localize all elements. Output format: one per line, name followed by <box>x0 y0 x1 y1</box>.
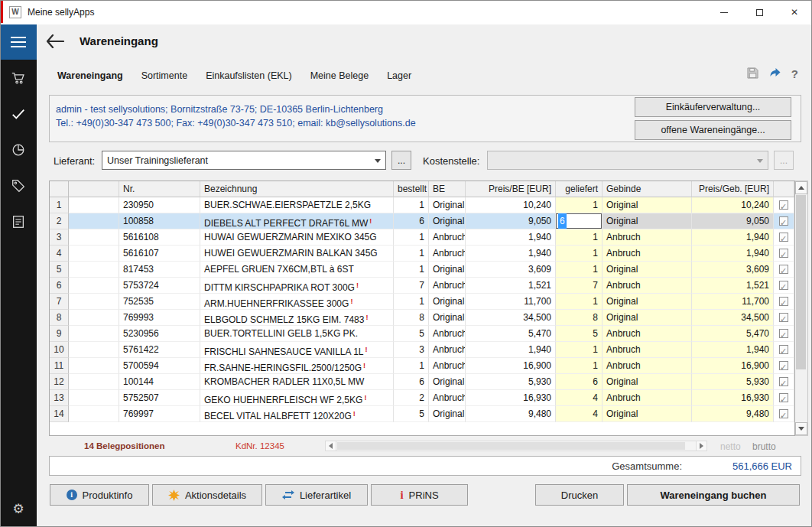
cell-preis-be[interactable]: 16,900 <box>466 358 556 374</box>
cell-gebinde[interactable]: Anbruch <box>603 229 692 246</box>
horizontal-scroll-thumb[interactable] <box>337 442 685 450</box>
cell-preis-be[interactable]: 5,470 <box>466 326 556 342</box>
cell-geliefert[interactable]: 7 <box>556 278 603 294</box>
cell-bestellt[interactable]: 1 <box>394 229 429 246</box>
cell-edit-flag[interactable] <box>774 213 794 229</box>
geliefert-edit-input[interactable]: 6 <box>556 213 602 229</box>
back-button[interactable] <box>46 34 69 50</box>
cell-be[interactable]: Original <box>429 310 466 326</box>
cell-geliefert[interactable]: 1 <box>556 294 603 310</box>
cell-bezeichnung[interactable]: BUER.SCHWAE.EIERSPAETZLE 2,5KG <box>200 197 394 213</box>
cell-geliefert[interactable]: 4 <box>556 406 603 422</box>
maximize-button[interactable] <box>742 0 777 24</box>
cell-preis-geb[interactable]: 16,930 <box>692 390 774 406</box>
table-row[interactable]: 105761422FRISCHLI SAHNESAUCE VANILLA 1L!… <box>50 342 794 358</box>
cell-edit-flag[interactable] <box>774 374 794 390</box>
settings-button[interactable]: ⚙ <box>0 495 37 522</box>
cell-preis-be[interactable]: 3,609 <box>466 262 556 278</box>
row-edit-checkbox-icon[interactable] <box>779 329 788 338</box>
row-edit-checkbox-icon[interactable] <box>779 233 788 242</box>
cell-be[interactable]: Anbruch <box>429 358 466 374</box>
cell-gebinde[interactable]: Anbruch <box>603 278 692 294</box>
cell-nr[interactable]: 5700594 <box>119 358 200 374</box>
cell-geliefert[interactable]: 1 <box>556 262 603 278</box>
cell-geliefert[interactable]: 1 <box>556 197 603 213</box>
table-row[interactable]: 1230950BUER.SCHWAE.EIERSPAETZLE 2,5KG1Or… <box>50 197 794 213</box>
lieferant-select[interactable]: Unser Trainingslieferant <box>102 151 386 170</box>
cell-gebinde[interactable]: Original <box>603 213 692 229</box>
cell-gebinde[interactable]: Original <box>603 406 692 422</box>
row-edit-checkbox-icon[interactable] <box>779 361 788 370</box>
cell-bezeichnung[interactable]: ARM.HUEHNERFRIKASSEE 300G! <box>200 294 394 310</box>
cell-preis-be[interactable]: 9,480 <box>466 406 556 422</box>
cell-edit-flag[interactable] <box>774 262 794 278</box>
aktionsdetails-button[interactable]: Aktionsdetails <box>152 484 262 506</box>
cell-preis-geb[interactable]: 9,050 <box>692 213 774 229</box>
cell-bestellt[interactable]: 1 <box>394 246 429 262</box>
cell-preis-geb[interactable]: 1,940 <box>692 246 774 262</box>
scroll-up-button[interactable] <box>795 181 807 194</box>
cell-bezeichnung[interactable]: ELBGOLD SCHMELZ 15KG EIM. 7483! <box>200 310 394 326</box>
cell-nr[interactable]: 769993 <box>119 310 200 326</box>
cell-be[interactable]: Anbruch <box>429 342 466 358</box>
table-horizontal-scrollbar[interactable] <box>325 441 707 451</box>
cell-nr[interactable]: 5616107 <box>119 246 200 262</box>
lieferant-more-button[interactable]: ... <box>391 151 411 170</box>
row-edit-checkbox-icon[interactable] <box>779 216 788 226</box>
sidebar-item-wareneingang[interactable] <box>0 96 37 132</box>
row-edit-checkbox-icon[interactable] <box>779 281 788 290</box>
table-row[interactable]: 65753724DITTM KIRSCHPAPRIKA ROT 300G!7An… <box>50 278 794 294</box>
produktinfo-button[interactable]: i Produktinfo <box>50 484 149 506</box>
table-row[interactable]: 14769997BECEL VITAL HALBFETT 120X20G!5Or… <box>50 406 794 422</box>
netto-label[interactable]: netto <box>720 441 741 452</box>
cell-be[interactable]: Original <box>429 406 466 422</box>
scroll-right-button[interactable] <box>696 441 706 451</box>
sidebar-item-documents[interactable] <box>0 203 37 239</box>
header-geliefert[interactable]: geliefert <box>556 181 603 197</box>
cell-nr[interactable]: 5753724 <box>119 278 200 294</box>
cell-edit-flag[interactable] <box>774 390 794 406</box>
cell-bezeichnung[interactable]: FRISCHLI SAHNESAUCE VANILLA 1L! <box>200 342 394 358</box>
cell-bestellt[interactable]: 3 <box>394 342 429 358</box>
cell-bezeichnung[interactable]: BECEL VITAL HALBFETT 120X20G! <box>200 406 394 422</box>
cell-edit-flag[interactable] <box>774 294 794 310</box>
cell-edit-flag[interactable] <box>774 406 794 422</box>
cell-bezeichnung[interactable]: GEKO HUEHNERFLEISCH WF 2,5KG! <box>200 390 394 406</box>
tab-lager[interactable]: Lager <box>387 70 411 81</box>
cell-preis-geb[interactable]: 1,521 <box>692 278 774 294</box>
header-preis-be[interactable]: Preis/BE [EUR] <box>466 181 556 197</box>
cell-bestellt[interactable]: 6 <box>394 213 429 229</box>
header-nr[interactable]: Nr. <box>119 181 200 197</box>
cell-bestellt[interactable]: 7 <box>394 278 429 294</box>
cell-geliefert[interactable]: 6 <box>556 374 603 390</box>
cell-preis-geb[interactable]: 16,900 <box>692 358 774 374</box>
prins-button[interactable]: i PRiNS <box>371 484 468 506</box>
row-edit-checkbox-icon[interactable] <box>779 265 788 274</box>
header-preis-geb[interactable]: Preis/Geb. [EUR] <box>692 181 774 197</box>
row-edit-checkbox-icon[interactable] <box>779 200 788 210</box>
cell-edit-flag[interactable] <box>774 358 794 374</box>
cell-gebinde[interactable]: Anbruch <box>603 326 692 342</box>
header-gebinde[interactable]: Gebinde <box>603 181 692 197</box>
sidebar-item-cart[interactable] <box>0 60 37 96</box>
forward-button[interactable] <box>768 67 781 81</box>
cell-gebinde[interactable]: Anbruch <box>603 342 692 358</box>
cell-bestellt[interactable]: 1 <box>394 197 429 213</box>
cell-preis-geb[interactable]: 10,240 <box>692 197 774 213</box>
cell-gebinde[interactable]: Anbruch <box>603 358 692 374</box>
cell-gebinde[interactable]: Original <box>603 294 692 310</box>
cell-bestellt[interactable]: 1 <box>394 358 429 374</box>
cell-preis-geb[interactable]: 3,609 <box>692 262 774 278</box>
cell-geliefert[interactable]: 6 <box>556 213 603 229</box>
cell-preis-geb[interactable]: 9,480 <box>692 406 774 422</box>
cell-bestellt[interactable]: 8 <box>394 310 429 326</box>
header-be[interactable]: BE <box>429 181 466 197</box>
cell-bestellt[interactable]: 2 <box>394 390 429 406</box>
cell-be[interactable]: Original <box>429 197 466 213</box>
cell-preis-be[interactable]: 1,521 <box>466 278 556 294</box>
cell-be[interactable]: Anbruch <box>429 246 466 262</box>
cell-edit-flag[interactable] <box>774 326 794 342</box>
table-row[interactable]: 95230956BUER.TORTELLINI GELB 1,5KG PK.5A… <box>50 326 794 342</box>
save-button[interactable] <box>747 67 758 82</box>
scroll-down-button[interactable] <box>795 422 807 435</box>
